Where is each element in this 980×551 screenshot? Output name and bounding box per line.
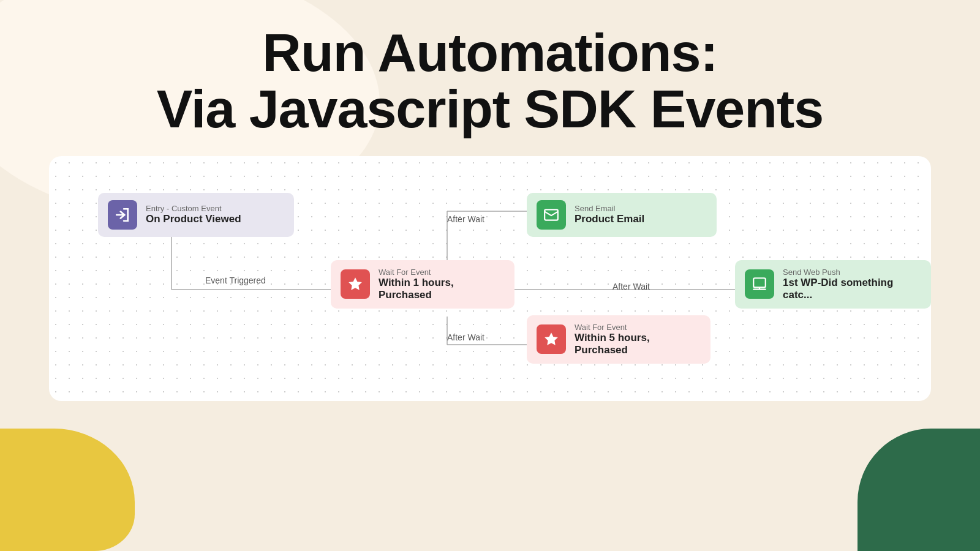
- wait2-text: Wait For Event Within 5 hours, Purchased: [575, 323, 701, 356]
- wait2-value: Within 5 hours, Purchased: [575, 332, 701, 356]
- wait2-icon: [537, 324, 566, 354]
- bg-blob-green: [858, 429, 980, 551]
- entry-value: On Product Viewed: [146, 213, 241, 225]
- label-event-triggered: Event Triggered: [205, 276, 266, 285]
- page-title: Run Automations: Via Javascript SDK Even…: [157, 24, 824, 138]
- wait1-label: Wait For Event: [379, 268, 505, 277]
- entry-label: Entry - Custom Event: [146, 204, 241, 213]
- entry-text: Entry - Custom Event On Product Viewed: [146, 204, 241, 225]
- svg-marker-14: [349, 277, 362, 290]
- webpush-label: Send Web Push: [783, 268, 921, 277]
- email-label: Send Email: [575, 204, 644, 213]
- bg-blob-yellow: [0, 429, 135, 551]
- email-text: Send Email Product Email: [575, 204, 644, 225]
- label-after-wait-bot: After Wait: [447, 332, 484, 342]
- entry-icon: [108, 200, 137, 230]
- wait2-label: Wait For Event: [575, 323, 701, 332]
- svg-marker-15: [545, 332, 558, 345]
- node-wait2[interactable]: Wait For Event Within 5 hours, Purchased: [527, 315, 710, 364]
- node-entry[interactable]: Entry - Custom Event On Product Viewed: [98, 193, 294, 237]
- node-wait1[interactable]: Wait For Event Within 1 hours, Purchased: [331, 260, 514, 309]
- webpush-text: Send Web Push 1st WP-Did something catc.…: [783, 268, 921, 301]
- wait1-value: Within 1 hours, Purchased: [379, 277, 505, 301]
- webpush-icon: [745, 269, 774, 299]
- flow-diagram: Event Triggered After Wait After Wait Af…: [80, 181, 900, 377]
- label-after-wait-mid: After Wait: [612, 282, 650, 291]
- email-icon: [537, 200, 566, 230]
- email-value: Product Email: [575, 213, 644, 225]
- wait1-icon: [341, 269, 370, 299]
- node-email[interactable]: Send Email Product Email: [527, 193, 717, 237]
- svg-rect-17: [753, 279, 766, 288]
- label-after-wait-top: After Wait: [447, 214, 484, 224]
- wait1-text: Wait For Event Within 1 hours, Purchased: [379, 268, 505, 301]
- flow-card: Event Triggered After Wait After Wait Af…: [49, 156, 931, 401]
- webpush-value: 1st WP-Did something catc...: [783, 277, 921, 301]
- node-webpush[interactable]: Send Web Push 1st WP-Did something catc.…: [735, 260, 931, 309]
